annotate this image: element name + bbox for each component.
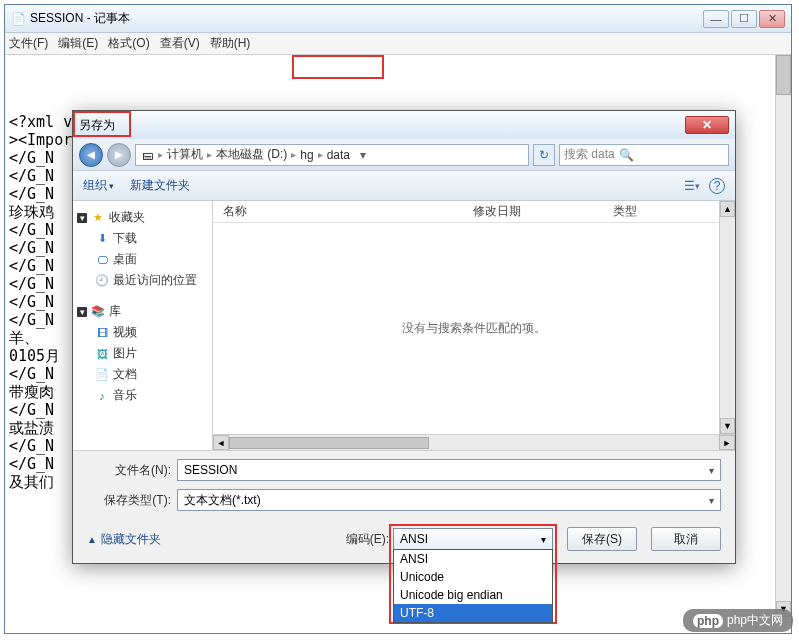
encoding-option-ansi[interactable]: ANSI <box>394 550 552 568</box>
new-folder-button[interactable]: 新建文件夹 <box>130 177 190 194</box>
dialog-titlebar[interactable]: 另存为 ✕ <box>73 111 735 139</box>
drive-icon: 🖴 <box>140 148 154 162</box>
menu-file[interactable]: 文件(F) <box>9 35 48 52</box>
breadcrumb[interactable]: 🖴 ▸ 计算机 ▸ 本地磁盘 (D:) ▸ hg ▸ data ▾ <box>135 144 529 166</box>
close-button[interactable]: ✕ <box>759 10 785 28</box>
organize-button[interactable]: 组织▾ <box>83 177 114 194</box>
video-icon: 🎞 <box>95 326 109 340</box>
encoding-label: 编码(E): <box>346 531 389 548</box>
breadcrumb-dropdown-icon[interactable]: ▾ <box>354 148 372 162</box>
scroll-down-icon[interactable]: ▼ <box>720 418 735 434</box>
menu-help[interactable]: 帮助(H) <box>210 35 251 52</box>
nav-music[interactable]: ♪音乐 <box>77 385 208 406</box>
nav-favorites[interactable]: ▾ ★ 收藏夹 <box>77 207 208 228</box>
nav-pictures[interactable]: 🖼图片 <box>77 343 208 364</box>
refresh-button[interactable]: ↻ <box>533 144 555 166</box>
maximize-button[interactable]: ☐ <box>731 10 757 28</box>
search-input[interactable]: 搜索 data 🔍 <box>559 144 729 166</box>
filename-field[interactable]: SESSION▾ <box>177 459 721 481</box>
filetype-label: 保存类型(T): <box>87 492 177 509</box>
list-scrollbar-vertical[interactable]: ▲ ▼ <box>719 201 735 434</box>
highlight-encoding-box <box>292 55 384 79</box>
filetype-select[interactable]: 文本文档(*.txt)▾ <box>177 489 721 511</box>
nav-documents[interactable]: 📄文档 <box>77 364 208 385</box>
view-options-button[interactable]: ☰ ▾ <box>683 177 701 195</box>
encoding-dropdown-list: ANSI Unicode Unicode big endian UTF-8 <box>393 549 553 623</box>
nav-videos[interactable]: 🎞视频 <box>77 322 208 343</box>
dialog-title: 另存为 <box>79 117 685 134</box>
menu-edit[interactable]: 编辑(E) <box>58 35 98 52</box>
library-icon: 📚 <box>91 305 105 319</box>
search-placeholder: 搜索 data <box>564 146 615 163</box>
collapse-icon: ▾ <box>77 213 87 223</box>
crumb-drive[interactable]: 本地磁盘 (D:) <box>216 146 287 163</box>
nav-back-button[interactable]: ◄ <box>79 143 103 167</box>
music-icon: ♪ <box>95 389 109 403</box>
nav-downloads[interactable]: ⬇下载 <box>77 228 208 249</box>
list-scrollbar-horizontal[interactable]: ◄ ► <box>213 434 735 450</box>
desktop-icon: 🖵 <box>95 253 109 267</box>
chevron-down-icon[interactable]: ▾ <box>709 495 714 506</box>
search-icon: 🔍 <box>619 148 634 162</box>
collapse-icon: ▾ <box>77 307 87 317</box>
nav-recent[interactable]: 🕘最近访问的位置 <box>77 270 208 291</box>
filename-label: 文件名(N): <box>87 462 177 479</box>
encoding-option-unicode-be[interactable]: Unicode big endian <box>394 586 552 604</box>
col-type-header[interactable]: 类型 <box>613 203 735 220</box>
notepad-title: SESSION - 记事本 <box>26 10 703 27</box>
php-logo-icon: php <box>693 614 723 628</box>
address-bar: ◄ ► 🖴 ▸ 计算机 ▸ 本地磁盘 (D:) ▸ hg ▸ data ▾ ↻ … <box>73 139 735 171</box>
watermark: php php中文网 <box>683 609 793 632</box>
bottom-row: ▲ 隐藏文件夹 编码(E): ANSI ▾ ANSI Unicode Unico… <box>73 519 735 563</box>
col-date-header[interactable]: 修改日期 <box>473 203 613 220</box>
document-icon: 📄 <box>95 368 109 382</box>
chevron-down-icon[interactable]: ▾ <box>541 534 546 545</box>
dialog-toolbar: 组织▾ 新建文件夹 ☰ ▾ ? <box>73 171 735 201</box>
navigation-pane: ▾ ★ 收藏夹 ⬇下载 🖵桌面 🕘最近访问的位置 ▾ 📚 库 🎞视频 🖼图片 📄… <box>73 201 213 450</box>
nav-libraries[interactable]: ▾ 📚 库 <box>77 301 208 322</box>
save-button[interactable]: 保存(S) <box>567 527 637 551</box>
nav-forward-button[interactable]: ► <box>107 143 131 167</box>
menu-format[interactable]: 格式(O) <box>108 35 149 52</box>
list-header: 名称 修改日期 类型 <box>213 201 735 223</box>
scroll-right-icon[interactable]: ► <box>719 435 735 450</box>
scroll-left-icon[interactable]: ◄ <box>213 435 229 450</box>
help-button[interactable]: ? <box>709 178 725 194</box>
empty-message: 没有与搜索条件匹配的项。 <box>402 320 546 337</box>
file-list-pane: 名称 修改日期 类型 没有与搜索条件匹配的项。 ◄ ► ▲ ▼ <box>213 201 735 450</box>
save-as-dialog: 另存为 ✕ ◄ ► 🖴 ▸ 计算机 ▸ 本地磁盘 (D:) ▸ hg ▸ dat… <box>72 110 736 564</box>
star-icon: ★ <box>91 211 105 225</box>
encoding-select[interactable]: ANSI ▾ <box>393 528 553 550</box>
scroll-up-icon[interactable]: ▲ <box>720 201 735 217</box>
notepad-titlebar[interactable]: 📄 SESSION - 记事本 — ☐ ✕ <box>5 5 791 33</box>
hide-folders-link[interactable]: ▲ 隐藏文件夹 <box>87 531 161 548</box>
list-body: 没有与搜索条件匹配的项。 <box>213 223 735 434</box>
dialog-close-button[interactable]: ✕ <box>685 116 729 134</box>
form-area: 文件名(N): SESSION▾ 保存类型(T): 文本文档(*.txt)▾ <box>73 450 735 519</box>
collapse-arrow-icon: ▲ <box>87 534 97 545</box>
crumb-computer[interactable]: 计算机 <box>167 146 203 163</box>
scroll-thumb[interactable] <box>776 55 791 95</box>
chevron-down-icon[interactable]: ▾ <box>709 465 714 476</box>
scroll-thumb-h[interactable] <box>229 437 429 449</box>
encoding-option-unicode[interactable]: Unicode <box>394 568 552 586</box>
cancel-button[interactable]: 取消 <box>651 527 721 551</box>
notepad-menubar: 文件(F) 编辑(E) 格式(O) 查看(V) 帮助(H) <box>5 33 791 55</box>
recent-icon: 🕘 <box>95 274 109 288</box>
minimize-button[interactable]: — <box>703 10 729 28</box>
crumb-data[interactable]: data <box>327 148 350 162</box>
menu-view[interactable]: 查看(V) <box>160 35 200 52</box>
download-icon: ⬇ <box>95 232 109 246</box>
crumb-hg[interactable]: hg <box>300 148 313 162</box>
col-name-header[interactable]: 名称 <box>213 203 473 220</box>
editor-scrollbar-vertical[interactable]: ▲ ▼ <box>775 55 791 617</box>
notepad-icon: 📄 <box>11 12 26 26</box>
nav-desktop[interactable]: 🖵桌面 <box>77 249 208 270</box>
encoding-option-utf8[interactable]: UTF-8 <box>394 604 552 622</box>
picture-icon: 🖼 <box>95 347 109 361</box>
